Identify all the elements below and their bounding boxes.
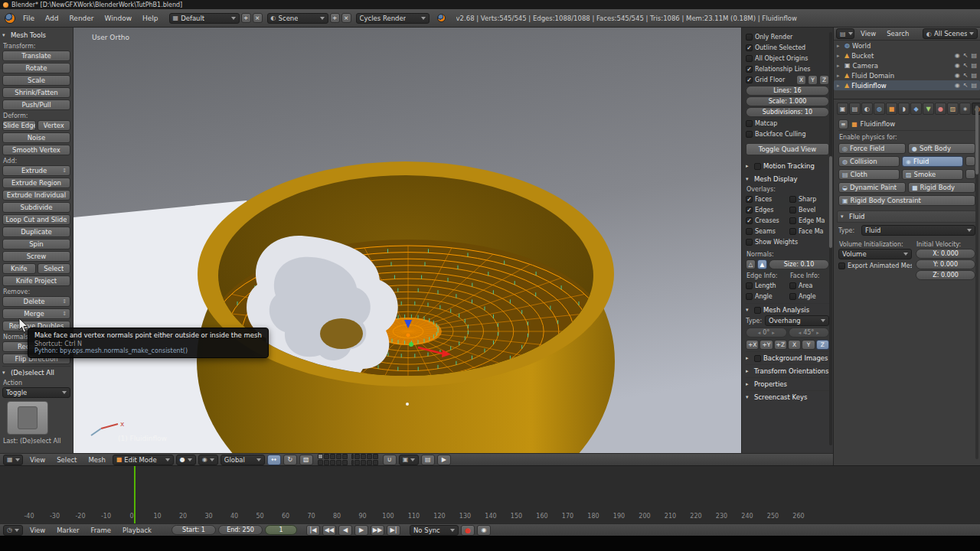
checkbox-edge-angle[interactable]: Angle [746,291,789,302]
checkbox-backface-culling[interactable]: Backface Culling [746,129,829,139]
duplicate-button[interactable]: Duplicate [2,227,70,237]
cloth-button[interactable]: ▤Cloth [838,169,900,180]
checkbox-sharp[interactable]: Sharp [789,194,829,204]
vertex-slide-button[interactable]: Vertex [38,120,71,131]
layer-7[interactable] [354,454,360,459]
editor-type-button[interactable]: ◷ [3,525,23,536]
operator-panel-header[interactable]: (De)select All [2,366,70,377]
fluid-type-dropdown[interactable]: Fluid [861,225,975,236]
tab-modifiers[interactable]: ◆ [910,103,922,115]
extrude-region-button[interactable]: Extrude Region [2,178,70,188]
add-screen-button[interactable]: + [241,13,251,23]
menu-add[interactable]: Add [41,15,63,22]
smoke-button[interactable]: ▨Smoke [902,169,963,180]
scene-dropdown[interactable]: ◐ Scene [267,13,328,24]
tab-object[interactable]: ■ [886,103,897,115]
timeline-menu-frame[interactable]: Frame [87,527,116,534]
jump-to-end-button[interactable]: ▶| [387,525,400,536]
select-menu[interactable]: Select [52,456,81,464]
timeline-strip[interactable]: -40-30-20-100102030405060708090100110120… [0,465,980,523]
close-screen-button[interactable]: × [253,13,263,23]
timeline-menu-view[interactable]: View [25,527,50,534]
align-plus-x-button[interactable]: +X [746,340,759,350]
expand-icon[interactable]: ▸ [837,43,842,49]
smoke-mini-toggle-button[interactable] [965,169,975,179]
toggle-quad-view-button[interactable]: Toggle Quad View [746,143,829,155]
checkbox-face-marks[interactable]: Face Ma [789,226,829,236]
grid-scale-field[interactable]: Scale: 1.000 [746,96,829,106]
editor-type-button[interactable]: ▦ [3,455,23,465]
rotate-button[interactable]: Rotate [2,63,70,73]
expand-icon[interactable]: ▸ [837,53,842,59]
menu-file[interactable]: File [18,15,39,22]
layer-11[interactable] [318,460,323,465]
layer-8[interactable] [361,454,366,459]
end-frame-field[interactable]: End: 250 [218,525,263,535]
shrink-fatten-button[interactable]: Shrink/Fatten [2,87,70,98]
layer-16[interactable] [351,460,354,465]
operator-action-dropdown[interactable]: Toggle [2,387,70,398]
viewport-shading-dropdown[interactable]: ● [176,455,196,465]
layer-17[interactable] [354,460,360,465]
checkbox-creases[interactable]: Creases [746,215,789,226]
knife-button[interactable]: Knife [2,263,36,274]
checkbox-bevel[interactable]: Bevel [789,204,829,215]
menu-help[interactable]: Help [138,15,163,22]
layer-13[interactable] [330,460,335,465]
checkbox-export-animated-mesh[interactable]: Export Animated Mesh [838,260,912,271]
eye-icon[interactable]: ◉ [955,62,960,69]
tab-render[interactable]: ▣ [837,103,848,115]
next-keyframe-button[interactable]: ▶▶ [371,525,384,536]
layer-5[interactable] [342,454,348,459]
face-normals-toggle[interactable]: ▲ [757,259,767,269]
vertex-normals-toggle[interactable]: △ [746,259,756,269]
expand-icon[interactable]: ▸ [837,83,842,89]
extrude-menu-button[interactable]: Extrude↕ [2,165,70,176]
mesh-analysis-panel-header[interactable]: Mesh Analysis [746,303,829,315]
pivot-point-dropdown[interactable]: ◉ [198,455,218,465]
velocity-x-field[interactable]: X: 0.000 [916,249,975,259]
opengl-render-button[interactable]: ▤ [421,455,435,465]
menu-window[interactable]: Window [100,15,137,22]
outliner-item-camera[interactable]: ▸ ▣ Camera ◉↖▤ [834,60,980,70]
spin-button[interactable]: Spin [2,239,70,249]
checkbox-show-weights[interactable]: Show Weights [746,236,829,247]
layer-2[interactable] [324,454,329,459]
delete-menu-button[interactable]: Delete↕ [2,296,70,307]
selectable-icon[interactable]: ↖ [963,72,969,79]
prev-keyframe-button[interactable]: ◀◀ [322,525,336,536]
layer-19[interactable] [367,460,372,465]
manipulator-translate-toggle[interactable]: ↔ [267,455,281,465]
force-field-button[interactable]: ◎Force Field [838,143,906,154]
align-x-button[interactable]: X [788,340,801,350]
play-reverse-button[interactable]: ◀ [338,525,352,536]
play-button[interactable]: ▶ [354,525,368,536]
screw-button[interactable]: Screw [2,251,70,262]
grid-subdivisions-field[interactable]: Subdivisions: 10 [746,107,829,117]
tab-particles[interactable]: ∗ [959,103,971,115]
renderable-icon[interactable]: ▤ [971,62,977,69]
tab-material[interactable]: ● [935,103,946,115]
n-panel-scrollbar[interactable] [829,32,832,445]
tab-world[interactable]: ◍ [874,103,885,115]
motion-tracking-panel-header[interactable]: Motion Tracking [746,159,829,171]
layer-9[interactable] [367,454,372,459]
grid-lines-field[interactable]: Lines: 16 [746,86,829,96]
checkbox-only-render[interactable]: Only Render [746,31,829,42]
knife-select-button[interactable]: Select [38,263,71,274]
mode-dropdown[interactable]: ■Edit Mode [113,455,174,465]
normals-size-field[interactable]: Size: 0.10 [769,259,829,269]
checkbox-seams[interactable]: Seams [746,226,789,236]
tab-scene[interactable]: ◐ [861,103,873,115]
menu-render[interactable]: Render [65,15,99,22]
volume-initialization-dropdown[interactable]: Volume [838,249,912,259]
manipulator-scale-toggle[interactable]: ▧ [299,455,313,465]
screencast-keys-panel-header[interactable]: Screencast Keys [746,390,829,402]
checkbox-face-angle[interactable]: Angle [789,291,829,302]
grid-axis-z-toggle[interactable]: Z [819,75,829,85]
panel-checkbox[interactable] [754,355,761,362]
sync-mode-dropdown[interactable]: No Sync [410,525,459,536]
checkbox-outline-selected[interactable]: Outline Selected [746,42,829,53]
current-frame-field[interactable]: 1 [265,525,297,535]
renderable-icon[interactable]: ▤ [971,52,977,59]
